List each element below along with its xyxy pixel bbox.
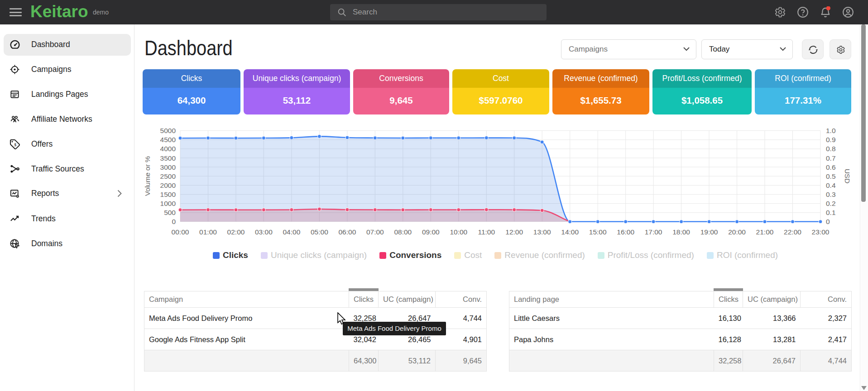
svg-text:3500: 3500 (160, 154, 176, 162)
svg-text:0.9: 0.9 (826, 136, 836, 143)
svg-text:01:00: 01:00 (199, 228, 217, 236)
svg-text:0: 0 (172, 218, 176, 225)
svg-text:06:00: 06:00 (339, 228, 356, 236)
svg-text:04:00: 04:00 (283, 228, 301, 236)
svg-text:5000: 5000 (160, 127, 176, 134)
svg-text:0.1: 0.1 (826, 209, 836, 216)
svg-text:1000: 1000 (160, 200, 176, 207)
svg-text:0.5: 0.5 (826, 172, 836, 180)
svg-text:19:00: 19:00 (700, 228, 718, 236)
svg-text:20:00: 20:00 (728, 228, 746, 236)
svg-text:13:00: 13:00 (533, 228, 551, 236)
svg-text:3000: 3000 (160, 163, 176, 171)
svg-text:07:00: 07:00 (366, 228, 384, 236)
svg-text:22:00: 22:00 (784, 228, 801, 236)
svg-text:21:00: 21:00 (756, 228, 774, 236)
svg-text:05:00: 05:00 (311, 228, 328, 236)
svg-text:10:00: 10:00 (450, 228, 467, 236)
svg-text:02:00: 02:00 (227, 228, 245, 236)
svg-text:16:00: 16:00 (617, 228, 634, 236)
svg-text:09:00: 09:00 (422, 228, 440, 236)
svg-text:0: 0 (826, 218, 830, 225)
svg-text:11:00: 11:00 (478, 228, 495, 236)
svg-text:08:00: 08:00 (394, 228, 412, 236)
svg-text:0.6: 0.6 (826, 163, 836, 171)
svg-text:15:00: 15:00 (589, 228, 607, 236)
svg-text:Volume or %: Volume or % (144, 156, 151, 196)
svg-text:USD: USD (844, 169, 851, 184)
svg-text:1500: 1500 (160, 191, 176, 198)
svg-text:0.8: 0.8 (826, 145, 836, 153)
svg-text:0.7: 0.7 (826, 154, 836, 162)
svg-text:1.0: 1.0 (826, 127, 836, 134)
svg-text:12:00: 12:00 (505, 228, 523, 236)
svg-text:23:00: 23:00 (812, 228, 830, 236)
svg-text:00:00: 00:00 (172, 228, 189, 236)
svg-text:4000: 4000 (160, 145, 176, 153)
svg-text:$: $ (14, 143, 17, 148)
svg-text:03:00: 03:00 (255, 228, 273, 236)
svg-text:18:00: 18:00 (672, 228, 690, 236)
svg-text:0.2: 0.2 (826, 200, 836, 207)
svg-text:500: 500 (164, 209, 176, 216)
svg-text:0.4: 0.4 (826, 181, 836, 189)
svg-text:0.3: 0.3 (826, 191, 836, 198)
svg-text:17:00: 17:00 (645, 228, 662, 236)
svg-text:2500: 2500 (160, 172, 176, 180)
svg-text:2000: 2000 (160, 181, 176, 189)
svg-text:14:00: 14:00 (561, 228, 579, 236)
svg-text:4500: 4500 (160, 136, 176, 143)
